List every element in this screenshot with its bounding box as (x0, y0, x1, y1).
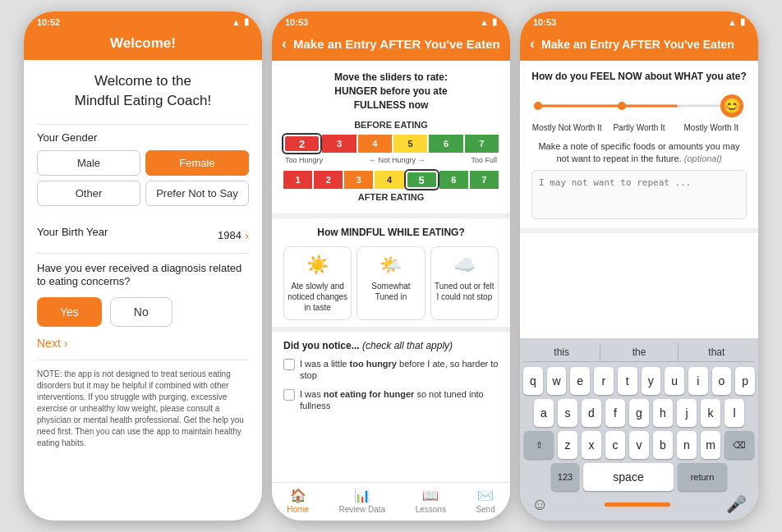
phone3-header: ‹ Make an Entry AFTER You've Eaten (520, 30, 758, 61)
suggestion-the[interactable]: the (600, 343, 678, 361)
nav-send[interactable]: ✉️ Send (476, 488, 494, 514)
nav-lessons[interactable]: 📖 Lessons (416, 488, 446, 514)
seg-a3[interactable]: 3 (344, 171, 373, 189)
key-u[interactable]: u (665, 367, 684, 395)
birth-year-label: Your Birth Year (37, 226, 108, 238)
send-icon: ✉️ (477, 488, 494, 503)
key-shift[interactable]: ⇧ (524, 431, 554, 459)
phone1-time: 10:52 (37, 17, 60, 27)
checkbox-1[interactable] (283, 359, 295, 370)
phone1-header-title: Welcome! (110, 35, 176, 51)
mindful-tuned-in[interactable]: 🌤️ Somewhat Tuned in (356, 246, 425, 320)
seg-a6[interactable]: 6 (439, 171, 468, 189)
seg-a7[interactable]: 7 (470, 171, 499, 189)
key-j[interactable]: j (677, 399, 697, 427)
key-y[interactable]: y (642, 367, 661, 395)
key-n[interactable]: n (677, 431, 697, 459)
nav-home[interactable]: 🏠 Home (287, 488, 309, 514)
smiley-icon: 😊 (720, 94, 743, 117)
key-space[interactable]: space (583, 463, 674, 491)
mic-icon[interactable]: 🎤 (726, 494, 747, 514)
back-arrow2[interactable]: ‹ (282, 35, 287, 53)
hunger-labels: Too Hungry ← Not Hungry → Too Full (283, 156, 499, 164)
key-g[interactable]: g (629, 399, 649, 427)
mindful-tuned-out[interactable]: ☁️ Tuned out or felt I could not stop (430, 246, 499, 320)
home-icon: 🏠 (290, 488, 306, 503)
mindful-ate-slowly[interactable]: ☀️ Ate slowly and noticed changes in tas… (283, 246, 352, 320)
key-z[interactable]: z (558, 431, 577, 459)
birth-year-row[interactable]: Your Birth Year 1984 › (37, 218, 249, 254)
key-num[interactable]: 123 (551, 463, 579, 491)
gender-grid: Male Female Other Prefer Not to Say (37, 150, 249, 206)
key-h[interactable]: h (653, 399, 673, 427)
notice-item-1: I was a little too hungry before I ate, … (283, 358, 499, 382)
phone3: 10:53 ▲ ▮ ‹ Make an Entry AFTER You've E… (520, 11, 758, 521)
yes-no-row: Yes No (37, 297, 249, 327)
seg-b6[interactable]: 7 (465, 135, 499, 153)
sun-icon: ☀️ (288, 254, 347, 277)
key-a[interactable]: a (534, 399, 554, 427)
worth-slider-container[interactable]: 😊 (531, 94, 747, 118)
seg-b1[interactable]: 2 (283, 135, 320, 153)
gender-prefer-not[interactable]: Prefer Not to Say (145, 181, 249, 206)
seg-a4[interactable]: 4 (375, 171, 403, 189)
suggestion-this[interactable]: this (523, 343, 600, 361)
checkbox-2[interactable] (283, 389, 295, 401)
worth-label-1: Mostly Not Worth It (531, 123, 602, 132)
key-f[interactable]: f (605, 399, 625, 427)
seg-b5[interactable]: 6 (429, 135, 462, 153)
battery-icon2: ▮ (492, 16, 497, 27)
bottom-nav: 🏠 Home 📊 Review Data 📖 Lessons ✉️ Send (272, 482, 510, 521)
phone2-status-icons: ▲ ▮ (480, 16, 497, 27)
gender-male[interactable]: Male (37, 150, 140, 176)
key-q[interactable]: q (523, 367, 543, 395)
suggestion-that[interactable]: that (678, 343, 755, 361)
repeat-textarea[interactable] (531, 170, 747, 219)
next-link[interactable]: Next › (37, 337, 249, 350)
gender-female[interactable]: Female (145, 150, 249, 176)
seg-b3[interactable]: 4 (358, 135, 392, 153)
phone2-status-bar: 10:53 ▲ ▮ (272, 11, 510, 30)
key-e[interactable]: e (570, 367, 590, 395)
phone2-body: Move the sliders to rate: HUNGER before … (272, 61, 510, 482)
key-return[interactable]: return (678, 463, 727, 491)
seg-b4[interactable]: 5 (393, 135, 427, 153)
key-o[interactable]: o (712, 367, 732, 395)
key-x[interactable]: x (582, 431, 601, 459)
key-p[interactable]: p (735, 367, 755, 395)
worth-dot-mid (618, 102, 626, 110)
mindful-cards: ☀️ Ate slowly and noticed changes in tas… (283, 246, 499, 320)
back-arrow3[interactable]: ‹ (530, 35, 535, 53)
label-not-hungry: ← Not Hungry → (369, 156, 426, 164)
diagnosis-label: Have you ever received a diagnosis relat… (37, 262, 249, 290)
yes-button[interactable]: Yes (37, 297, 102, 327)
key-d[interactable]: d (582, 399, 601, 427)
nav-review-data[interactable]: 📊 Review Data (338, 488, 385, 514)
seg-a1[interactable]: 1 (283, 171, 312, 189)
emoji-icon[interactable]: ☺ (531, 495, 548, 514)
key-r[interactable]: r (594, 367, 614, 395)
phone1-status-icons: ▲ ▮ (232, 16, 249, 27)
suggestions-row: this the that (523, 343, 755, 362)
phone2-header: ‹ Make an Entry AFTER You've Eaten (272, 30, 510, 61)
key-i[interactable]: i (688, 367, 708, 395)
key-s[interactable]: s (558, 399, 577, 427)
seg-a2[interactable]: 2 (314, 171, 343, 189)
key-l[interactable]: l (724, 399, 744, 427)
key-delete[interactable]: ⌫ (724, 431, 754, 459)
before-slider[interactable]: 2 3 4 5 6 7 (283, 135, 499, 153)
seg-a5[interactable]: 5 (406, 171, 438, 189)
chart-icon: 📊 (354, 488, 370, 503)
gender-other[interactable]: Other (37, 181, 140, 206)
key-w[interactable]: w (547, 367, 567, 395)
seg-b2[interactable]: 3 (322, 135, 356, 153)
after-slider[interactable]: 1 2 3 4 5 6 7 (283, 171, 499, 189)
no-button[interactable]: No (110, 297, 172, 327)
key-b[interactable]: b (653, 431, 673, 459)
key-k[interactable]: k (701, 399, 720, 427)
phone1: 10:52 ▲ ▮ Welcome! Welcome to the Mindfu… (24, 11, 262, 521)
key-c[interactable]: c (605, 431, 625, 459)
key-t[interactable]: t (618, 367, 637, 395)
key-v[interactable]: v (629, 431, 649, 459)
key-m[interactable]: m (701, 431, 720, 459)
